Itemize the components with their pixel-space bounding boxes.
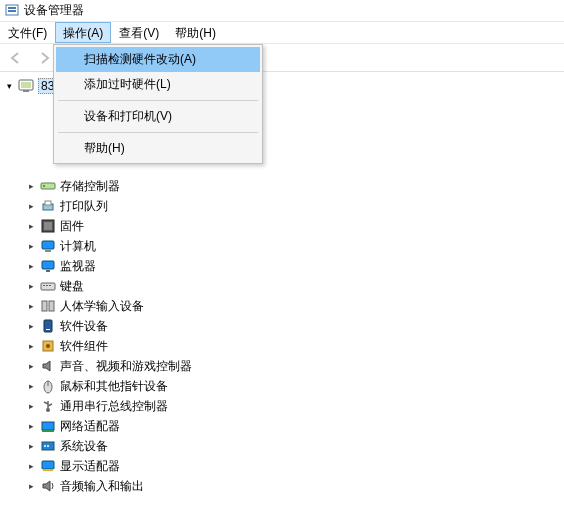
svg-rect-16 <box>41 283 55 290</box>
monitor-icon <box>40 258 56 274</box>
svg-rect-5 <box>23 90 29 92</box>
tree-item-label: 打印队列 <box>60 198 108 215</box>
expand-toggle-icon[interactable]: ▸ <box>24 199 38 213</box>
tree-row[interactable]: ▸显示适配器 <box>2 456 562 476</box>
svg-rect-35 <box>43 469 53 471</box>
svg-point-33 <box>47 445 49 447</box>
expand-toggle-icon[interactable]: ▸ <box>24 259 38 273</box>
svg-rect-9 <box>45 201 51 205</box>
expand-toggle-icon[interactable]: ▸ <box>24 239 38 253</box>
tree-item-label: 软件组件 <box>60 338 108 355</box>
svg-rect-21 <box>49 301 54 311</box>
tree-item-label: 人体学输入设备 <box>60 298 144 315</box>
tree-row[interactable]: ▸人体学输入设备 <box>2 296 562 316</box>
printer-icon <box>40 198 56 214</box>
expand-toggle-icon[interactable]: ▸ <box>24 379 38 393</box>
tree-row[interactable]: ▸打印队列 <box>2 196 562 216</box>
svg-rect-13 <box>45 250 51 252</box>
menu-bar: 文件(F) 操作(A) 查看(V) 帮助(H) <box>0 22 564 44</box>
expand-toggle-icon[interactable]: ▸ <box>24 359 38 373</box>
tree-row[interactable]: ▸音频输入和输出 <box>2 476 562 496</box>
tree-row[interactable]: ▸固件 <box>2 216 562 236</box>
svg-rect-17 <box>43 285 45 286</box>
svg-rect-34 <box>42 461 54 469</box>
menu-view[interactable]: 查看(V) <box>111 22 167 43</box>
menu-help[interactable]: 帮助(H) <box>167 22 224 43</box>
tree-item-label: 鼠标和其他指针设备 <box>60 378 168 395</box>
expand-toggle-icon[interactable]: ▸ <box>24 479 38 493</box>
display-icon <box>40 458 56 474</box>
tree-row[interactable]: ▸网络适配器 <box>2 416 562 436</box>
svg-point-7 <box>43 185 45 187</box>
tree-item-label: 系统设备 <box>60 438 108 455</box>
menu-separator <box>58 100 258 101</box>
storage-icon <box>40 178 56 194</box>
tree-item-label: 网络适配器 <box>60 418 120 435</box>
nav-back-button[interactable] <box>4 46 28 70</box>
tree-item-label: 声音、视频和游戏控制器 <box>60 358 192 375</box>
svg-rect-23 <box>46 329 50 330</box>
title-bar: 设备管理器 <box>0 0 564 22</box>
svg-rect-12 <box>42 241 54 249</box>
tree-item-label: 计算机 <box>60 238 96 255</box>
tree-row[interactable]: ▸通用串行总线控制器 <box>2 396 562 416</box>
system-icon <box>40 438 56 454</box>
tree-item-label: 音频输入和输出 <box>60 478 144 495</box>
svg-point-32 <box>44 445 46 447</box>
menu-help[interactable]: 帮助(H) <box>56 136 260 161</box>
tree-row[interactable]: ▸软件设备 <box>2 316 562 336</box>
computer-icon <box>40 238 56 254</box>
svg-rect-2 <box>8 10 16 12</box>
menu-file[interactable]: 文件(F) <box>0 22 55 43</box>
expand-toggle-icon[interactable]: ▸ <box>24 419 38 433</box>
svg-rect-22 <box>44 320 52 332</box>
expand-toggle-icon[interactable]: ▸ <box>24 439 38 453</box>
expand-toggle-icon[interactable]: ▸ <box>24 299 38 313</box>
tree-row[interactable]: ▸监视器 <box>2 256 562 276</box>
computer-icon <box>18 78 34 94</box>
menu-separator <box>58 132 258 133</box>
expand-toggle-icon[interactable]: ▸ <box>24 339 38 353</box>
svg-point-25 <box>46 344 50 348</box>
menu-add-legacy-hardware[interactable]: 添加过时硬件(L) <box>56 72 260 97</box>
svg-rect-14 <box>42 261 54 269</box>
tree-item-label: 通用串行总线控制器 <box>60 398 168 415</box>
expand-toggle-icon[interactable]: ▸ <box>24 279 38 293</box>
svg-rect-15 <box>46 270 50 272</box>
component-icon <box>40 338 56 354</box>
keyboard-icon <box>40 278 56 294</box>
window-title: 设备管理器 <box>24 2 84 19</box>
tree-row[interactable]: ▸存储控制器 <box>2 176 562 196</box>
tree-row[interactable]: ▸计算机 <box>2 236 562 256</box>
tree-item-label: 软件设备 <box>60 318 108 335</box>
svg-rect-4 <box>21 82 31 88</box>
hid-icon <box>40 298 56 314</box>
mouse-icon <box>40 378 56 394</box>
expand-toggle-icon[interactable]: ▾ <box>2 79 16 93</box>
app-icon <box>4 3 20 19</box>
svg-rect-19 <box>49 285 51 286</box>
tree-row[interactable]: ▸声音、视频和游戏控制器 <box>2 356 562 376</box>
menu-scan-hardware[interactable]: 扫描检测硬件改动(A) <box>56 47 260 72</box>
tree-item-label: 存储控制器 <box>60 178 120 195</box>
svg-rect-1 <box>8 7 16 9</box>
expand-toggle-icon[interactable]: ▸ <box>24 219 38 233</box>
svg-rect-18 <box>46 285 48 286</box>
svg-rect-20 <box>42 301 47 311</box>
tree-row[interactable]: ▸键盘 <box>2 276 562 296</box>
tree-row[interactable]: ▸系统设备 <box>2 436 562 456</box>
tree-row[interactable]: ▸软件组件 <box>2 336 562 356</box>
menu-action[interactable]: 操作(A) <box>55 22 111 43</box>
menu-devices-printers[interactable]: 设备和打印机(V) <box>56 104 260 129</box>
expand-toggle-icon[interactable]: ▸ <box>24 319 38 333</box>
expand-toggle-icon[interactable]: ▸ <box>24 179 38 193</box>
tree-item-label: 监视器 <box>60 258 96 275</box>
svg-rect-30 <box>42 430 54 432</box>
svg-rect-11 <box>44 222 52 230</box>
svg-rect-29 <box>42 422 54 430</box>
expand-toggle-icon[interactable]: ▸ <box>24 399 38 413</box>
tree-row[interactable]: ▸鼠标和其他指针设备 <box>2 376 562 396</box>
tree-item-label: 固件 <box>60 218 84 235</box>
expand-toggle-icon[interactable]: ▸ <box>24 459 38 473</box>
network-icon <box>40 418 56 434</box>
